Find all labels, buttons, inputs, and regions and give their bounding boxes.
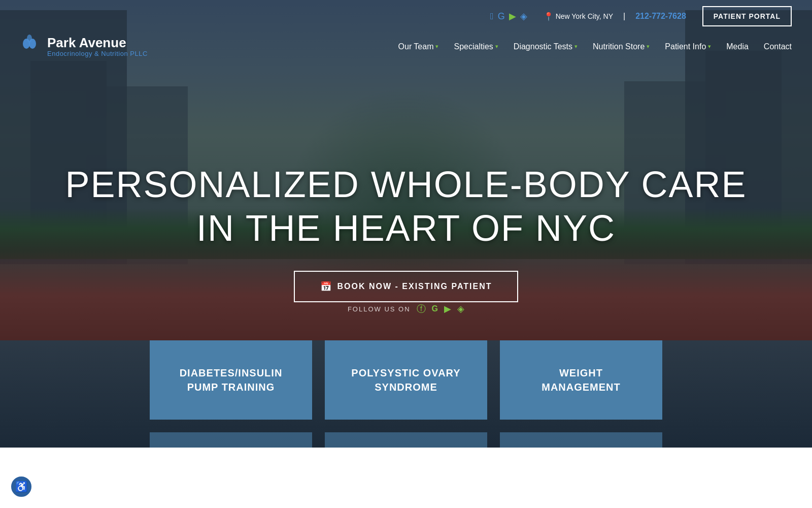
book-now-button[interactable]: 📅 BOOK NOW - EXISTING PATIENT <box>294 271 519 302</box>
follow-facebook-icon[interactable]: ⓕ <box>417 303 426 315</box>
header-nav: Park Avenue Endocrinology & Nutrition PL… <box>0 33 812 68</box>
page-wrapper:  G ▶ ◈ 📍 New York City, NY | 212-772-76… <box>0 0 812 508</box>
location-pin-icon: 📍 <box>544 12 554 21</box>
patient-info-chevron: ▾ <box>708 43 711 50</box>
svg-point-2 <box>27 35 32 43</box>
logo-area[interactable]: Park Avenue Endocrinology & Nutrition PL… <box>20 33 148 60</box>
diagnostic-tests-chevron: ▾ <box>574 43 578 50</box>
follow-instagram-icon[interactable]: ◈ <box>457 303 464 314</box>
hero-content: PERSONALIZED WHOLE-BODY CARE IN THE HEAR… <box>0 91 812 302</box>
google-icon[interactable]: G <box>498 11 505 22</box>
nav-patient-info[interactable]: Patient Info ▾ <box>665 42 711 51</box>
logo-text-area: Park Avenue Endocrinology & Nutrition PL… <box>47 36 148 58</box>
nav-our-team[interactable]: Our Team ▾ <box>398 42 439 51</box>
patient-portal-button[interactable]: PATIENT PORTAL <box>702 6 792 26</box>
phone-link[interactable]: 212-772-7628 <box>635 12 686 21</box>
service-card-diabetes-label: DIABETES/INSULIN PUMP TRAINING <box>180 366 283 394</box>
nav-media[interactable]: Media <box>726 42 749 51</box>
facebook-icon[interactable]:  <box>490 11 494 22</box>
location-text: New York City, NY <box>556 12 613 20</box>
service-cards-row: DIABETES/INSULIN PUMP TRAINING POLYSYSTI… <box>101 340 710 420</box>
main-nav: Our Team ▾ Specialties ▾ Diagnostic Test… <box>398 42 792 51</box>
our-team-chevron: ▾ <box>435 43 438 50</box>
nav-contact[interactable]: Contact <box>764 42 792 51</box>
service-card-pcos[interactable]: POLYSYSTIC OVARY SYNDROME <box>325 340 487 420</box>
logo-subtitle: Endocrinology & Nutrition PLLC <box>47 50 148 57</box>
follow-us-section: FOLLOW US ON ⓕ G ▶ ◈ <box>348 303 464 315</box>
calendar-icon: 📅 <box>320 281 332 292</box>
location-display: 📍 New York City, NY <box>544 12 613 21</box>
hero-section:  G ▶ ◈ 📍 New York City, NY | 212-772-76… <box>0 0 812 340</box>
service-card-bottom-2 <box>325 432 487 448</box>
logo-name: Park Avenue <box>47 36 148 50</box>
service-cards-bottom-row <box>101 420 710 448</box>
hero-title-line1: PERSONALIZED WHOLE-BODY CARE <box>65 164 747 205</box>
nav-specialties[interactable]: Specialties ▾ <box>454 42 498 51</box>
hero-title: PERSONALIZED WHOLE-BODY CARE IN THE HEAR… <box>0 163 812 250</box>
header-divider: | <box>623 12 625 21</box>
nav-nutrition-store[interactable]: Nutrition Store ▾ <box>593 42 650 51</box>
logo-icon <box>20 33 43 60</box>
header-top-bar:  G ▶ ◈ 📍 New York City, NY | 212-772-76… <box>0 0 812 33</box>
service-card-pcos-label: POLYSYSTIC OVARY SYNDROME <box>351 366 460 394</box>
specialties-chevron: ▾ <box>495 43 498 50</box>
follow-youtube-icon[interactable]: ▶ <box>444 303 451 314</box>
instagram-icon[interactable]: ◈ <box>520 11 527 22</box>
service-card-weight-label: WEIGHT MANAGEMENT <box>542 366 621 394</box>
hero-title-line2: IN THE HEART OF NYC <box>196 208 616 248</box>
accessibility-button[interactable]: ♿ <box>10 475 32 498</box>
accessibility-icon: ♿ <box>15 481 28 493</box>
service-card-bottom-1 <box>150 432 312 448</box>
service-card-diabetes[interactable]: DIABETES/INSULIN PUMP TRAINING <box>150 340 312 420</box>
youtube-icon[interactable]: ▶ <box>509 11 516 22</box>
follow-google-icon[interactable]: G <box>432 304 438 313</box>
nav-diagnostic-tests[interactable]: Diagnostic Tests ▾ <box>514 42 578 51</box>
header-social-icons:  G ▶ ◈ <box>490 11 527 22</box>
book-btn-label: BOOK NOW - EXISTING PATIENT <box>337 282 492 291</box>
service-card-weight[interactable]: WEIGHT MANAGEMENT <box>500 340 662 420</box>
follow-us-label: FOLLOW US ON <box>348 305 411 313</box>
header:  G ▶ ◈ 📍 New York City, NY | 212-772-76… <box>0 0 812 68</box>
service-card-bottom-3 <box>500 432 662 448</box>
nutrition-store-chevron: ▾ <box>647 43 650 50</box>
services-section: DIABETES/INSULIN PUMP TRAINING POLYSYSTI… <box>0 340 812 448</box>
